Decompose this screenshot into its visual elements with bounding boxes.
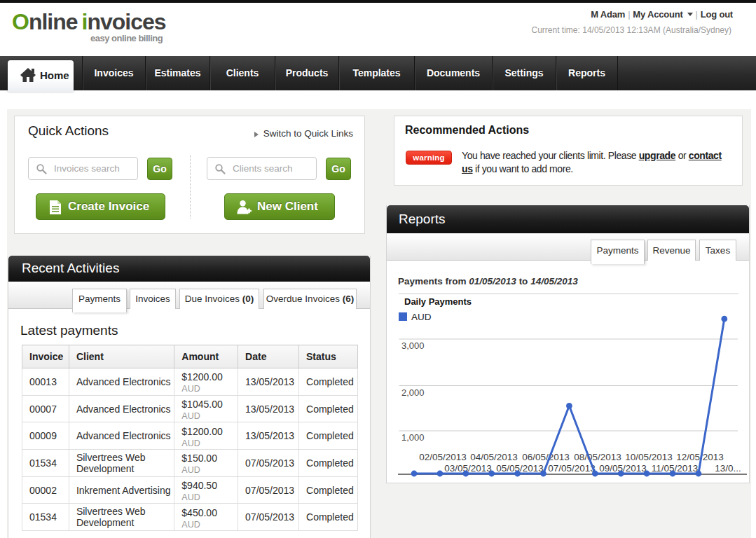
svg-text:02/05/2013: 02/05/2013 — [419, 452, 467, 462]
svg-text:3,000: 3,000 — [401, 340, 425, 351]
svg-text:1,000: 1,000 — [401, 432, 425, 443]
svg-text:07/05/2013: 07/05/2013 — [548, 463, 596, 474]
svg-text:06/05/2013: 06/05/2013 — [522, 452, 570, 462]
svg-text:08/05/2013: 08/05/2013 — [574, 452, 621, 462]
svg-text:2,000: 2,000 — [401, 387, 425, 398]
svg-text:13/0...: 13/0... — [715, 463, 741, 474]
svg-text:04/05/2013: 04/05/2013 — [470, 452, 518, 462]
svg-text:10/05/2013: 10/05/2013 — [625, 452, 673, 462]
